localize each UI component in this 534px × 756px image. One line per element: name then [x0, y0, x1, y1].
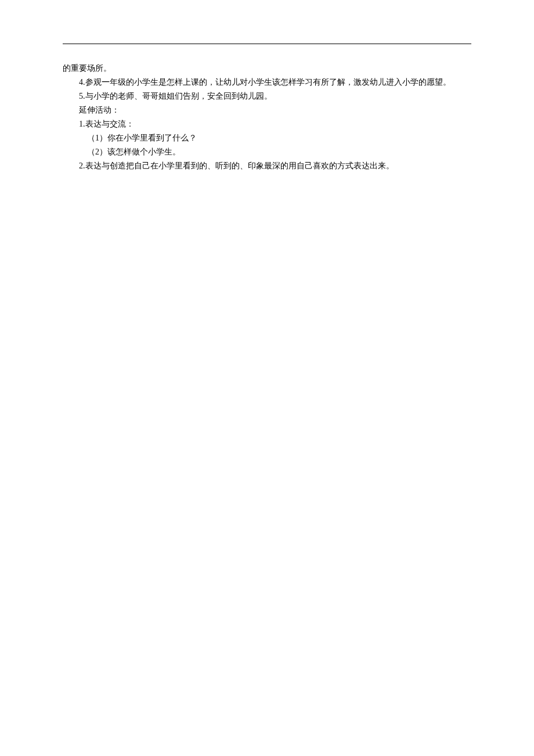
document-content: 的重要场所。 4.参观一年级的小学生是怎样上课的，让幼儿对小学生该怎样学习有所了…: [63, 62, 471, 173]
text-line: （1）你在小学里看到了什么？: [63, 131, 471, 145]
text-line: 延伸活动：: [63, 103, 471, 117]
page-container: 的重要场所。 4.参观一年级的小学生是怎样上课的，让幼儿对小学生该怎样学习有所了…: [0, 0, 534, 173]
text-line: 2.表达与创造把自己在小学里看到的、听到的、印象最深的用自己喜欢的方式表达出来。: [63, 159, 471, 173]
text-line: 4.参观一年级的小学生是怎样上课的，让幼儿对小学生该怎样学习有所了解，激发幼儿进…: [63, 75, 471, 89]
text-line: 1.表达与交流：: [63, 117, 471, 131]
text-line: 5.与小学的老师、哥哥姐姐们告别，安全回到幼儿园。: [63, 89, 471, 103]
text-line: 的重要场所。: [63, 62, 471, 75]
text-line: （2）该怎样做个小学生。: [63, 145, 471, 159]
header-divider: [63, 44, 471, 44]
